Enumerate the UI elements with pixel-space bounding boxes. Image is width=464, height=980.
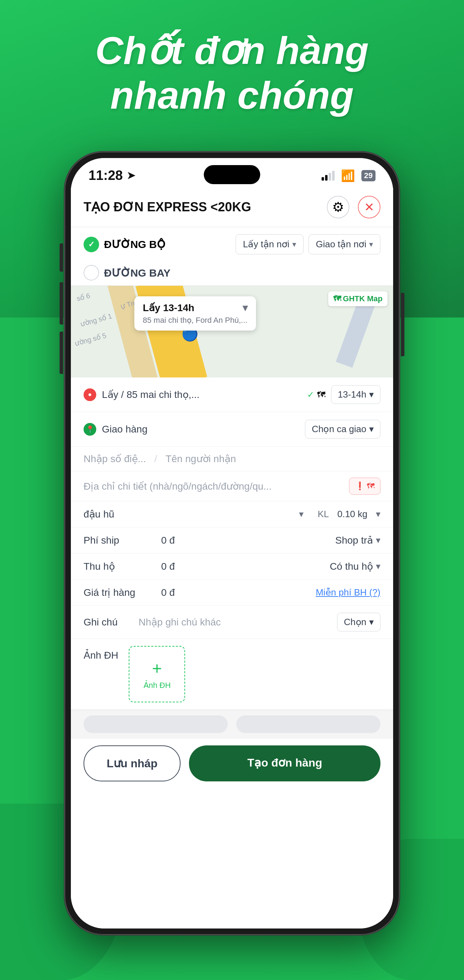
kl-value: 0.10 kg — [337, 509, 367, 520]
volume-down-button[interactable] — [60, 332, 63, 374]
app-content: TẠO ĐƠN EXPRESS <20KG ⚙ ✕ ✓ ĐƯỜNG B — [71, 187, 393, 929]
cod-right[interactable]: Có thu hộ ▾ — [330, 560, 380, 572]
cod-chevron-icon: ▾ — [376, 561, 380, 572]
delivery-shift-dropdown[interactable]: Chọn ca giao ▾ — [305, 420, 380, 439]
separator: / — [154, 453, 160, 464]
delivery-dropdown[interactable]: Giao tận nơi ▾ — [308, 234, 380, 255]
goods-value-row[interactable]: Giá trị hàng 0 đ Miễn phí BH (?) — [71, 580, 393, 606]
dynamic-island — [204, 165, 260, 184]
note-dropdown[interactable]: Chọn ▾ — [337, 613, 380, 632]
pickup-option-label: Lấy tận nơi — [243, 239, 289, 250]
note-row[interactable]: Ghi chú Nhập ghi chú khác Chọn ▾ — [71, 606, 393, 639]
partial-btn-2 — [236, 716, 380, 733]
close-icon: ✕ — [364, 200, 374, 214]
goods-label: Giá trị hàng — [84, 587, 161, 598]
time-chevron-icon: ▾ — [369, 389, 374, 400]
cod-label: Thu hộ — [84, 560, 161, 572]
fee-right-label: Shop trả — [335, 535, 373, 546]
delivery-row[interactable]: 📍 Giao hàng Chọn ca giao ▾ — [71, 412, 393, 447]
battery-indicator: 29 — [361, 170, 375, 181]
chevron-down-icon: ▾ — [369, 240, 373, 249]
power-button[interactable] — [401, 293, 404, 356]
volume-up-button[interactable] — [60, 282, 63, 325]
insurance-link[interactable]: Miễn phí BH (?) — [316, 587, 380, 598]
fee-value: 0 đ — [161, 535, 335, 546]
note-label: Ghi chú — [84, 617, 133, 628]
chevron-down-icon: ▾ — [292, 240, 296, 249]
pickup-address-text: Lấy / 85 mai chi thọ,... — [102, 389, 302, 400]
partial-button-row — [71, 710, 393, 738]
note-chevron-icon: ▾ — [369, 617, 374, 628]
hero-line2: nhanh chóng — [21, 73, 443, 118]
note-input[interactable]: Nhập ghi chú khác — [138, 616, 331, 628]
location-icon: ➤ — [127, 170, 135, 181]
kl-label: KL — [318, 509, 329, 520]
wifi-icon: 📶 — [341, 169, 355, 182]
pickup-badge: ✓ 🗺 — [307, 390, 326, 400]
delivery-chevron-icon: ▾ — [369, 424, 374, 434]
product-row[interactable]: đậu hũ ▾ KL 0.10 kg ▾ — [71, 501, 393, 527]
transport-tabs: ✓ ĐƯỜNG BỘ Lấy tận nơi ▾ Giao tận nơi ▾ — [71, 227, 393, 261]
cod-value: 0 đ — [161, 561, 330, 572]
delivery-label: Giao hàng — [102, 424, 299, 435]
volume-mute-button[interactable] — [60, 243, 63, 272]
ghtk-map-icon: 🗺 — [333, 294, 341, 303]
phone-screen: 11:28 ➤ 📶 29 — [71, 158, 393, 929]
create-order-button[interactable]: Tạo đơn hàng — [189, 745, 380, 781]
product-name: đậu hũ — [84, 508, 293, 520]
delivery-option-label: Giao tận nơi — [316, 239, 366, 250]
time-display: 11:28 — [89, 168, 123, 183]
delivery-shift-label: Chọn ca giao — [312, 424, 366, 434]
close-button[interactable]: ✕ — [358, 196, 380, 218]
settings-button[interactable]: ⚙ — [327, 196, 350, 218]
fee-chevron-icon: ▾ — [376, 535, 380, 546]
check-icon: ✓ — [307, 390, 314, 400]
fee-row[interactable]: Phí ship 0 đ Shop trả ▾ — [71, 527, 393, 554]
pickup-pin-icon: ● — [84, 388, 96, 401]
map-road-side — [336, 295, 376, 368]
address-map-button[interactable]: ❗ 🗺 — [349, 478, 380, 495]
popup-chevron-icon: ▾ — [243, 302, 248, 313]
air-tab-circle — [84, 265, 99, 280]
goods-value: 0 đ — [161, 587, 316, 598]
fee-right[interactable]: Shop trả ▾ — [335, 535, 380, 546]
phone-frame: 11:28 ➤ 📶 29 — [65, 152, 399, 935]
address-detail-input: Địa chỉ chi tiết (nhà/ngõ/ngách/đường/qu… — [84, 480, 343, 492]
pickup-time-dropdown[interactable]: 13-14h ▾ — [331, 385, 380, 404]
map-popup: Lấy 13-14h ▾ 85 mai chi thọ, Ford An Phú… — [134, 296, 256, 331]
cod-row[interactable]: Thu hộ 0 đ Có thu hộ ▾ — [71, 554, 393, 580]
page-title: TẠO ĐƠN EXPRESS <20KG — [84, 200, 251, 215]
map-area[interactable]: số 6 ự Trung ường số 1 ường số 5 🔴 🔵 Lấy… — [71, 286, 393, 377]
gear-icon: ⚙ — [332, 199, 344, 215]
air-tab-row[interactable]: ĐƯỜNG BAY — [71, 261, 393, 286]
pickup-time-label: 13-14h — [338, 389, 366, 400]
kl-chevron-icon: ▾ — [376, 509, 380, 520]
road-label-3: ường số 1 — [79, 312, 113, 328]
warning-icon: ❗ — [355, 482, 365, 491]
phone-wrapper: 11:28 ➤ 📶 29 — [65, 152, 399, 935]
image-row: Ảnh ĐH + Ảnh ĐH — [71, 639, 393, 710]
delivery-pin-icon: 📍 — [84, 423, 96, 436]
upload-label: Ảnh ĐH — [143, 681, 171, 690]
ghtk-map-badge: 🗺 GHTK Map — [328, 291, 388, 306]
pickup-row[interactable]: ● Lấy / 85 mai chi thọ,... ✓ 🗺 13-14h ▾ — [71, 377, 393, 412]
road-tab[interactable]: ✓ ĐƯỜNG BỘ — [84, 237, 165, 252]
map-popup-title: Lấy 13-14h ▾ — [143, 302, 248, 313]
plus-icon: + — [152, 659, 162, 678]
app-header: TẠO ĐƠN EXPRESS <20KG ⚙ ✕ — [71, 187, 393, 227]
image-upload-button[interactable]: + Ảnh ĐH — [129, 646, 185, 702]
pickup-dropdown[interactable]: Lấy tận nơi ▾ — [235, 234, 304, 255]
name-placeholder: Tên người nhận — [165, 453, 236, 464]
air-tab-label: ĐƯỜNG BAY — [104, 267, 171, 279]
address-detail-row[interactable]: Địa chỉ chi tiết (nhà/ngõ/ngách/đường/qu… — [71, 471, 393, 501]
phone-name-input-row[interactable]: Nhập số điệ... / Tên người nhận — [71, 447, 393, 471]
road-label-1: số 6 — [76, 291, 91, 303]
save-draft-button[interactable]: Lưu nháp — [84, 745, 181, 781]
road-dropdowns: Lấy tận nơi ▾ Giao tận nơi ▾ — [235, 234, 380, 255]
chevron-down-icon: ▾ — [299, 509, 304, 520]
partial-btn-1 — [84, 716, 228, 733]
signal-icon — [321, 171, 335, 181]
note-dropdown-label: Chọn — [344, 617, 366, 628]
map-popup-subtitle: 85 mai chi thọ, Ford An Phú,... — [143, 316, 248, 325]
fee-label: Phí ship — [84, 535, 161, 546]
